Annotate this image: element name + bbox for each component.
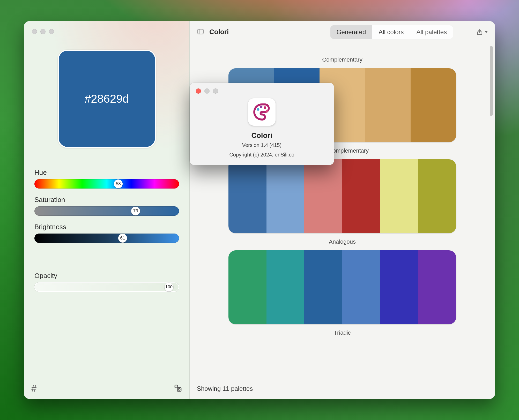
palette-color[interactable] (342, 159, 380, 233)
current-color-hex: #28629d (85, 92, 129, 105)
brightness-slider[interactable]: 61 (34, 234, 179, 243)
svg-point-6 (257, 108, 260, 111)
opacity-thumb[interactable]: 100 (165, 283, 173, 291)
app-icon (248, 98, 276, 126)
palette-title: Complementary (205, 56, 479, 63)
tab-generated[interactable]: Generated (330, 25, 372, 39)
saturation-thumb[interactable]: 73 (131, 207, 140, 215)
current-color-swatch[interactable]: #28629d (58, 50, 156, 148)
palette-color[interactable] (380, 159, 418, 233)
color-picker-icon[interactable] (174, 384, 182, 393)
svg-point-9 (266, 110, 268, 113)
toolbar-title: Colori (209, 28, 229, 36)
main-pane: Colori Generated All colors All palettes (190, 21, 495, 399)
about-app-name: Colori (251, 131, 272, 140)
palette-section: Analogous (205, 238, 479, 324)
opacity-slider[interactable]: 100 (34, 282, 179, 292)
traffic-zoom-icon[interactable] (49, 29, 54, 34)
sliders-panel: Hue 58 Saturation 73 (24, 148, 189, 292)
saturation-slider-group: Saturation 73 (34, 196, 179, 216)
saturation-slider[interactable]: 73 (34, 206, 179, 216)
svg-point-7 (260, 106, 263, 108)
about-copyright: Copyright (c) 2024, enSili.co (229, 152, 294, 158)
opacity-slider-group: Opacity 100 (34, 272, 179, 292)
palette-section: Triadic (205, 329, 479, 336)
palette-color[interactable] (380, 250, 418, 324)
traffic-close-icon[interactable] (32, 29, 37, 34)
status-bar: Showing 11 palettes (190, 378, 495, 399)
palette-color[interactable] (266, 159, 305, 233)
palette-title: Analogous (205, 238, 479, 245)
palette-title: Triadic (205, 329, 479, 336)
palette-color[interactable] (228, 159, 266, 233)
view-segmented-control: Generated All colors All palettes (330, 25, 453, 39)
tab-all-colors[interactable]: All colors (372, 25, 410, 39)
about-window: Colori Version 1.4 (415) Copyright (c) 2… (190, 83, 334, 165)
palette-strip[interactable] (228, 159, 456, 233)
svg-point-2 (178, 388, 180, 390)
tab-all-palettes[interactable]: All palettes (410, 25, 453, 39)
hue-slider-group: Hue 58 (34, 169, 179, 189)
hue-thumb[interactable]: 58 (114, 179, 123, 188)
brightness-label: Brightness (34, 223, 179, 231)
toolbar: Colori Generated All colors All palettes (190, 21, 495, 43)
hue-slider[interactable]: 58 (34, 179, 179, 189)
scrollbar[interactable] (490, 46, 493, 116)
svg-rect-1 (177, 387, 181, 391)
saturation-label: Saturation (34, 196, 179, 204)
traffic-minimize-icon[interactable] (40, 29, 46, 34)
opacity-label: Opacity (34, 272, 179, 280)
sidebar-footer: # (24, 378, 189, 399)
palette-color[interactable] (304, 250, 342, 324)
status-text: Showing 11 palettes (197, 385, 253, 392)
palette-color[interactable] (365, 68, 411, 142)
palette-color[interactable] (411, 68, 456, 142)
hue-label: Hue (34, 169, 179, 177)
about-minimize-icon (204, 88, 210, 94)
svg-rect-3 (198, 29, 203, 34)
hex-input-icon[interactable]: # (31, 383, 36, 394)
palette-color[interactable] (228, 250, 266, 324)
palette-strip[interactable] (228, 250, 456, 324)
svg-point-8 (264, 106, 266, 109)
sidebar: #28629d Hue 58 Saturation 73 (24, 21, 190, 399)
palette-color[interactable] (418, 159, 456, 233)
palette-color[interactable] (266, 250, 305, 324)
palette-color[interactable] (418, 250, 456, 324)
palette-color[interactable] (342, 250, 380, 324)
brightness-slider-group: Brightness 61 (34, 223, 179, 243)
toggle-sidebar-icon[interactable] (197, 28, 204, 36)
palette-color[interactable] (304, 159, 342, 233)
window-traffic-lights (32, 29, 54, 34)
app-window: #28629d Hue 58 Saturation 73 (24, 21, 495, 399)
about-traffic-lights (190, 83, 334, 94)
brightness-thumb[interactable]: 61 (118, 234, 127, 243)
about-close-icon[interactable] (196, 88, 201, 94)
about-version: Version 1.4 (415) (242, 142, 281, 148)
about-zoom-icon (213, 88, 218, 94)
chevron-down-icon (485, 31, 488, 33)
share-button[interactable] (476, 29, 488, 35)
